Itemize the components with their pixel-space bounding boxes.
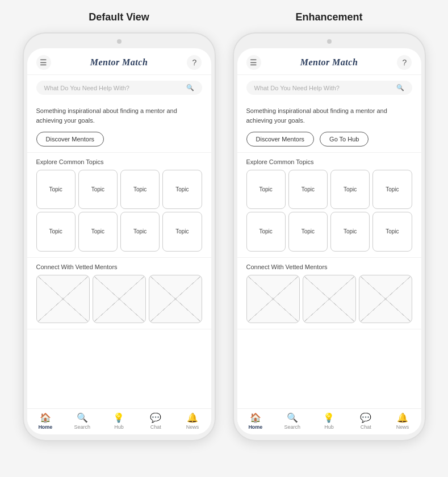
default-home-label: Home [38, 424, 52, 430]
default-view-column: Default View ☰ Mentor Match ? [23, 11, 216, 441]
enhancement-search-label: Search [284, 424, 300, 430]
default-mentor-card-1[interactable] [36, 275, 90, 323]
default-hub-icon: 💡 [113, 412, 124, 423]
enhancement-bottom-nav: 🏠 Home 🔍 Search 💡 Hub 💬 Chat [237, 408, 421, 434]
enhancement-topic-card-2[interactable]: Topic [288, 170, 328, 209]
enhancement-nav-search[interactable]: 🔍 Search [281, 412, 304, 430]
default-topics-section: Explore Common Topics Topic Topic Topic … [27, 153, 211, 258]
default-hero-buttons: Discover Mentors [36, 132, 202, 147]
default-topic-card-4[interactable]: Topic [162, 170, 202, 209]
default-phone-screen: ☰ Mentor Match ? What Do You Need Help W… [27, 48, 211, 434]
enhancement-search-icon: 🔍 [396, 84, 404, 91]
default-topic-card-1[interactable]: Topic [36, 170, 76, 209]
default-topic-card-6[interactable]: Topic [78, 212, 118, 251]
enhancement-mentors-grid [246, 275, 412, 323]
default-hub-label: Hub [114, 424, 124, 430]
default-news-icon: 🔔 [187, 412, 198, 423]
enhancement-chat-icon: 💬 [360, 412, 371, 423]
default-app-title: Mentor Match [90, 57, 148, 68]
enhancement-topic-card-1[interactable]: Topic [246, 170, 286, 209]
enhancement-mentor-card-1[interactable] [246, 275, 300, 323]
default-search-label: Search [74, 424, 90, 430]
enhancement-topic-card-8[interactable]: Topic [372, 212, 412, 251]
enhancement-nav-chat[interactable]: 💬 Chat [354, 412, 377, 430]
default-news-label: News [186, 424, 199, 430]
default-menu-icon[interactable]: ☰ [36, 55, 51, 70]
default-screen-content: What Do You Need Help With? 🔍 Something … [27, 75, 211, 429]
enhancement-topic-card-3[interactable]: Topic [330, 170, 370, 209]
default-nav-home[interactable]: 🏠 Home [34, 412, 57, 430]
enhancement-topic-card-7[interactable]: Topic [330, 212, 370, 251]
enhancement-search-nav-icon: 🔍 [287, 412, 298, 423]
enhancement-search-placeholder: What Do You Need Help With? [254, 85, 393, 91]
default-app-header: ☰ Mentor Match ? [27, 48, 211, 75]
enhancement-mentor-card-2[interactable] [303, 275, 356, 323]
enhancement-app-header: ☰ Mentor Match ? [237, 48, 421, 75]
enhancement-phone: ☰ Mentor Match ? What Do You Need Help W… [233, 32, 426, 441]
enhancement-chat-label: Chat [361, 424, 371, 430]
default-topic-card-3[interactable]: Topic [120, 170, 160, 209]
default-help-icon[interactable]: ? [187, 55, 202, 70]
enhancement-nav-home[interactable]: 🏠 Home [244, 412, 267, 430]
default-topic-card-2[interactable]: Topic [78, 170, 118, 209]
default-search-placeholder: What Do You Need Help With? [44, 85, 183, 91]
enhancement-help-icon[interactable]: ? [397, 55, 412, 70]
enhancement-topics-title: Explore Common Topics [246, 158, 412, 165]
default-nav-hub[interactable]: 💡 Hub [107, 412, 130, 430]
default-view-title: Default View [89, 11, 149, 23]
enhancement-view-title: Enhancement [295, 11, 362, 23]
default-topics-grid: Topic Topic Topic Topic Topic Topic Topi… [36, 170, 202, 252]
default-search-bar[interactable]: What Do You Need Help With? 🔍 [36, 81, 202, 95]
enhancement-topic-card-6[interactable]: Topic [288, 212, 328, 251]
enhancement-mentor-card-3[interactable] [359, 275, 412, 323]
default-search-nav-icon: 🔍 [77, 412, 88, 423]
enhancement-go-to-hub-button[interactable]: Go To Hub [320, 132, 369, 147]
enhancement-menu-icon[interactable]: ☰ [246, 55, 261, 70]
enhancement-hero-buttons: Discover Mentors Go To Hub [246, 132, 412, 147]
page-wrapper: Default View ☰ Mentor Match ? [23, 11, 426, 441]
enhancement-nav-news[interactable]: 🔔 News [391, 412, 414, 430]
default-discover-mentors-button[interactable]: Discover Mentors [36, 132, 104, 147]
default-topics-title: Explore Common Topics [36, 158, 202, 165]
enhancement-hero-text: Something inspirational about finding a … [246, 106, 412, 125]
phone-notch-enhancement [327, 39, 332, 44]
default-topic-card-5[interactable]: Topic [36, 212, 76, 251]
phone-notch-default [117, 39, 122, 44]
enhancement-topic-card-4[interactable]: Topic [372, 170, 412, 209]
default-chat-label: Chat [150, 424, 161, 430]
default-mentor-card-3[interactable] [149, 275, 202, 323]
enhancement-home-icon: 🏠 [250, 412, 261, 423]
default-search-icon: 🔍 [186, 84, 194, 91]
enhancement-discover-mentors-button[interactable]: Discover Mentors [246, 132, 315, 147]
default-mentors-section: Connect With Vetted Mentors [27, 258, 211, 329]
default-hero-section: Something inspirational about finding a … [27, 101, 211, 153]
enhancement-hub-icon: 💡 [323, 412, 334, 423]
default-bottom-nav: 🏠 Home 🔍 Search 💡 Hub 💬 Chat [27, 408, 211, 434]
default-topic-card-7[interactable]: Topic [120, 212, 160, 251]
enhancement-news-icon: 🔔 [397, 412, 408, 423]
default-chat-icon: 💬 [150, 412, 161, 423]
default-nav-chat[interactable]: 💬 Chat [144, 412, 167, 430]
default-mentor-card-2[interactable] [93, 275, 146, 323]
enhancement-topic-card-5[interactable]: Topic [246, 212, 286, 251]
default-mentors-title: Connect With Vetted Mentors [36, 263, 202, 270]
enhancement-screen-content: What Do You Need Help With? 🔍 Something … [237, 75, 421, 429]
enhancement-mentors-title: Connect With Vetted Mentors [246, 263, 412, 270]
enhancement-topics-grid: Topic Topic Topic Topic Topic Topic Topi… [246, 170, 412, 252]
enhancement-news-label: News [396, 424, 409, 430]
enhancement-search-bar[interactable]: What Do You Need Help With? 🔍 [246, 81, 412, 95]
enhancement-nav-hub[interactable]: 💡 Hub [317, 412, 340, 430]
enhancement-phone-screen: ☰ Mentor Match ? What Do You Need Help W… [237, 48, 421, 434]
enhancement-mentors-section: Connect With Vetted Mentors [237, 258, 421, 329]
enhancement-topics-section: Explore Common Topics Topic Topic Topic … [237, 153, 421, 258]
enhancement-hero-section: Something inspirational about finding a … [237, 101, 421, 153]
enhancement-hub-label: Hub [324, 424, 334, 430]
default-home-icon: 🏠 [40, 412, 51, 423]
enhancement-app-title: Mentor Match [300, 57, 358, 68]
default-nav-search[interactable]: 🔍 Search [71, 412, 94, 430]
default-nav-news[interactable]: 🔔 News [181, 412, 204, 430]
default-mentors-grid [36, 275, 202, 323]
default-topic-card-8[interactable]: Topic [162, 212, 202, 251]
enhancement-view-column: Enhancement ☰ Mentor Match ? W [233, 11, 426, 441]
enhancement-home-label: Home [248, 424, 262, 430]
